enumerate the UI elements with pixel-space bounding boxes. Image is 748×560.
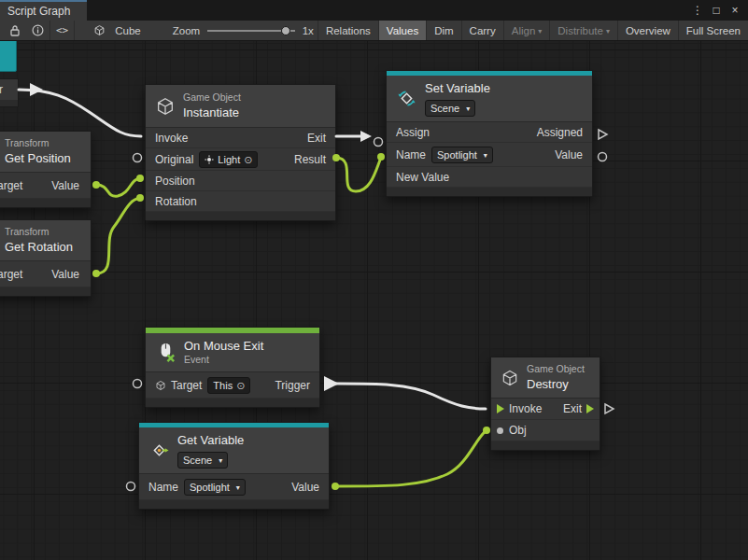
light-icon: [205, 155, 214, 164]
game-object-cube-icon: [501, 369, 519, 387]
getposition-value-port-dot[interactable]: [92, 181, 100, 189]
destroy-exit-port[interactable]: [605, 404, 614, 413]
node-footer: [0, 199, 91, 207]
port-trigger: Trigger: [275, 379, 310, 392]
target-cube-icon: [88, 21, 111, 40]
getrotation-value-port-dot[interactable]: [92, 270, 100, 277]
node-set-variable[interactable]: Set Variable Scene ▾ Assign Assigned Nam…: [386, 70, 593, 197]
node-footer: [0, 100, 18, 106]
window-controls: ⋮ □ ×: [690, 0, 748, 21]
destroy-obj-port-dot[interactable]: [483, 427, 490, 434]
node-title: Get Variable: [177, 432, 244, 449]
wire-arrowhead: [30, 83, 43, 96]
instantiate-position-port-dot[interactable]: [136, 175, 144, 182]
values-button[interactable]: Values: [379, 21, 426, 40]
get-variable-icon: [148, 440, 170, 461]
node-category: Transform: [5, 137, 71, 150]
port-name: Name: [396, 148, 426, 161]
info-icon[interactable]: [26, 21, 49, 40]
node-title: Destroy: [527, 376, 585, 393]
window-menu-icon[interactable]: ⋮: [690, 4, 705, 17]
variable-scope-dropdown[interactable]: Scene ▾: [425, 100, 475, 117]
offscreen-node-port-fragment[interactable]: r: [0, 78, 19, 107]
trigger-port-arrow[interactable]: [324, 376, 339, 391]
port-target: Target: [0, 268, 22, 281]
setvariable-value-port[interactable]: [599, 153, 607, 161]
variable-scope-dropdown[interactable]: Scene ▾: [177, 452, 228, 469]
target-object-label: Cube: [111, 25, 145, 36]
port-assign: Assign: [396, 126, 430, 139]
setvariable-assign-port[interactable]: [374, 138, 383, 147]
node-title: Get Rotation: [5, 239, 73, 256]
port-target: Target: [0, 179, 22, 192]
relations-button[interactable]: Relations: [318, 21, 378, 40]
chevron-down-icon: ▾: [466, 103, 470, 116]
node-footer: [491, 441, 600, 450]
port-assigned: Assigned: [537, 126, 583, 139]
node-get-rotation[interactable]: Transform Get Rotation Target Value: [0, 219, 92, 297]
original-object-field[interactable]: Light ⊙: [199, 151, 258, 168]
wire-trigger-to-destroy-invoke: [327, 384, 486, 409]
port-value: Value: [291, 481, 319, 494]
node-category: Game Object: [527, 363, 585, 376]
setvariable-input-port-dot[interactable]: [377, 153, 385, 161]
zoom-label: Zoom: [169, 25, 204, 36]
instantiate-original-port[interactable]: [134, 154, 142, 162]
chevron-down-icon: ▾: [484, 149, 487, 162]
exit-port-arrow-icon[interactable]: [586, 404, 594, 413]
object-picker-icon[interactable]: ⊙: [244, 153, 252, 166]
node-get-variable[interactable]: Get Variable Scene ▾ Name Spotlight ▾ Va…: [138, 422, 330, 510]
wire-offscreen-event-to-instantiate-invoke: [19, 90, 141, 136]
instantiate-rotation-port-dot[interactable]: [136, 194, 144, 202]
object-picker-icon[interactable]: ⊙: [236, 379, 245, 392]
unity-script-graph-window: Script Graph ⋮ □ × <> Cube Zoom 1x: [0, 0, 748, 560]
object-field-label: This: [213, 379, 233, 392]
window-close-icon[interactable]: ×: [727, 4, 742, 17]
node-footer: [146, 399, 319, 407]
target-object-field[interactable]: This ⊙: [207, 377, 250, 394]
node-subtitle: Event: [184, 354, 263, 367]
mouse-icon: [155, 342, 176, 363]
variable-name-dropdown[interactable]: Spotlight ▾: [184, 479, 246, 496]
port-obj: Obj: [509, 424, 527, 437]
tab-script-graph[interactable]: Script Graph: [0, 0, 87, 21]
node-footer: [139, 500, 329, 509]
zoom-slider-knob[interactable]: [281, 26, 290, 35]
offscreen-port-label: r: [0, 83, 3, 96]
chevron-down-icon: ▾: [538, 27, 542, 35]
obj-port-dot-icon[interactable]: [497, 427, 503, 434]
window-maximize-icon[interactable]: □: [709, 4, 724, 17]
graph-canvas[interactable]: r Transform Get Position Target Value: [0, 41, 748, 560]
node-footer: [0, 287, 91, 296]
invoke-port-arrow-icon[interactable]: [497, 404, 504, 413]
node-get-position[interactable]: Transform Get Position Target Value: [0, 131, 92, 208]
lock-icon[interactable]: [4, 21, 26, 40]
carry-button[interactable]: Carry: [462, 21, 503, 40]
node-on-mouse-exit[interactable]: On Mouse Exit Event Target This ⊙ Trigge…: [145, 327, 320, 408]
getvariable-value-port-dot[interactable]: [332, 483, 339, 490]
mouseexit-target-port[interactable]: [134, 380, 142, 388]
offscreen-node-header-fragment[interactable]: [0, 41, 17, 72]
graph-toolbar: <> Cube Zoom 1x Relations Values Dim Car…: [0, 21, 748, 41]
distribute-dropdown[interactable]: Distribute▾: [550, 21, 617, 40]
node-footer: [387, 188, 592, 196]
edit-graph-source-icon[interactable]: <>: [50, 21, 74, 40]
node-instantiate[interactable]: Game Object Instantiate Invoke Exit Orig…: [145, 84, 336, 221]
overview-button[interactable]: Overview: [618, 21, 678, 40]
getvariable-name-port[interactable]: [127, 483, 135, 491]
wire-getrotation-value-to-instantiate-rotation: [96, 198, 140, 273]
variable-name-dropdown[interactable]: Spotlight ▾: [431, 147, 493, 163]
port-value: Value: [51, 179, 81, 192]
port-result: Result: [294, 153, 326, 166]
port-position: Position: [155, 175, 195, 188]
dim-button[interactable]: Dim: [427, 21, 460, 40]
zoom-slider[interactable]: [207, 25, 295, 36]
port-invoke: Invoke: [509, 402, 542, 415]
fullscreen-button[interactable]: Full Screen: [679, 21, 748, 40]
port-original: Original: [155, 153, 193, 166]
wire-instantiate-result-to-setvariable: [336, 158, 381, 191]
setvariable-assigned-port[interactable]: [599, 130, 607, 139]
align-dropdown[interactable]: Align▾: [504, 21, 550, 40]
object-field-label: Light: [218, 153, 240, 166]
node-destroy[interactable]: Game Object Destroy Invoke Exit Obj: [490, 357, 600, 451]
